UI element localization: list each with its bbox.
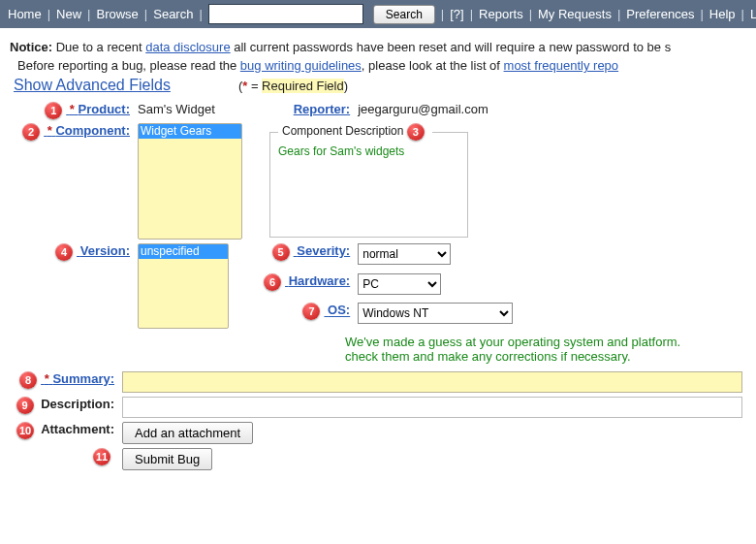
nav-help-q[interactable]: [?] bbox=[450, 7, 463, 21]
step-6-pill: 6 bbox=[264, 273, 281, 291]
component-description-text: Gears for Sam's widgets bbox=[278, 144, 459, 158]
nav-my-requests[interactable]: My Requests bbox=[538, 7, 612, 21]
version-select[interactable]: unspecified bbox=[138, 243, 229, 329]
hardware-label[interactable]: Hardware: bbox=[289, 273, 351, 288]
component-label[interactable]: Component: bbox=[55, 123, 130, 138]
step-3-pill: 3 bbox=[407, 123, 425, 141]
attachment-label: Attachment: bbox=[41, 422, 114, 436]
bug-writing-guidelines-link[interactable]: bug writing guidelines bbox=[240, 58, 362, 73]
step-5-pill: 5 bbox=[272, 243, 290, 261]
nav-reports[interactable]: Reports bbox=[479, 7, 523, 21]
show-advanced-fields-link[interactable]: Show Advanced Fields bbox=[14, 77, 171, 94]
search-input[interactable] bbox=[208, 4, 363, 24]
notice-line-1: Notice: Due to a recent data disclosure … bbox=[10, 40, 746, 54]
data-disclosure-link[interactable]: data disclosure bbox=[145, 40, 230, 54]
os-select[interactable]: Windows NT bbox=[358, 303, 513, 324]
step-7-pill: 7 bbox=[302, 303, 320, 320]
component-description-box: Component Description 3 Gears for Sam's … bbox=[269, 123, 468, 238]
reporter-value: jeegarguru@gmail.com bbox=[358, 102, 488, 116]
severity-select[interactable]: normal bbox=[358, 243, 451, 265]
os-guess-note: We've made a guess at your operating sys… bbox=[345, 335, 746, 364]
nav-search-link[interactable]: Search bbox=[153, 7, 193, 21]
reporter-label[interactable]: Reporter: bbox=[294, 102, 351, 116]
add-attachment-button[interactable]: Add an attachment bbox=[122, 422, 253, 444]
product-label[interactable]: Product: bbox=[79, 102, 130, 116]
severity-label[interactable]: Severity: bbox=[297, 243, 350, 258]
step-4-pill: 4 bbox=[55, 243, 73, 261]
top-nav: Home| New| Browse| Search| Search | [?]|… bbox=[0, 0, 756, 28]
product-value: Sam's Widget bbox=[138, 102, 215, 116]
step-1-pill: 1 bbox=[45, 102, 62, 119]
nav-help[interactable]: Help bbox=[709, 7, 736, 21]
nav-browse[interactable]: Browse bbox=[96, 7, 138, 21]
os-label[interactable]: OS: bbox=[328, 304, 350, 318]
version-label[interactable]: Version: bbox=[80, 243, 130, 258]
step-10-pill: 10 bbox=[16, 422, 34, 439]
description-input[interactable] bbox=[122, 397, 742, 418]
nav-new[interactable]: New bbox=[56, 7, 81, 21]
description-label: Description: bbox=[41, 397, 114, 411]
summary-label[interactable]: Summary: bbox=[52, 371, 114, 386]
required-field-note: (* = Required Field) bbox=[238, 79, 348, 93]
step-9-pill: 9 bbox=[16, 397, 34, 414]
nav-log[interactable]: Log bbox=[750, 7, 756, 21]
step-2-pill: 2 bbox=[22, 123, 40, 141]
step-11-pill: 11 bbox=[93, 448, 110, 465]
step-8-pill: 8 bbox=[19, 371, 37, 389]
summary-input[interactable] bbox=[122, 371, 742, 393]
most-frequently-link[interactable]: most frequently repo bbox=[504, 58, 619, 73]
nav-preferences[interactable]: Preferences bbox=[626, 7, 694, 21]
component-select[interactable]: Widget Gears bbox=[138, 123, 242, 240]
nav-home[interactable]: Home bbox=[8, 7, 42, 21]
search-button[interactable]: Search bbox=[373, 5, 435, 24]
notice-line-2: Before reporting a bug, please read the … bbox=[17, 58, 746, 73]
hardware-select[interactable]: PC bbox=[358, 273, 441, 295]
submit-bug-button[interactable]: Submit Bug bbox=[122, 448, 212, 470]
